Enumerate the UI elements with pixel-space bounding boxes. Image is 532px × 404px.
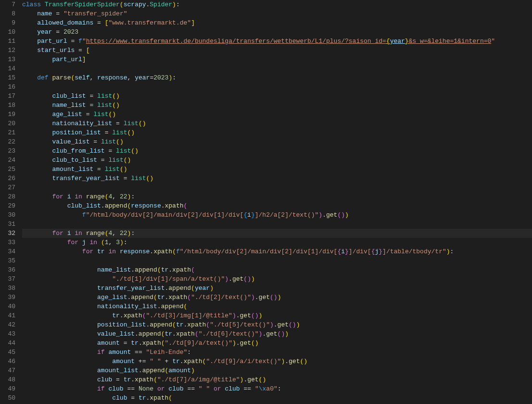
code-line[interactable]: year = 2023 — [22, 27, 532, 37]
code-line[interactable]: if amount == "Leih-Ende": — [22, 348, 532, 357]
line-number: 26 — [0, 174, 15, 183]
line-number: 11 — [0, 37, 15, 46]
code-line[interactable]: if club == None or club == " " or club =… — [22, 384, 532, 393]
line-number: 19 — [0, 110, 15, 119]
line-number: 45 — [0, 348, 15, 357]
code-line[interactable] — [22, 64, 532, 73]
line-number: 46 — [0, 357, 15, 366]
code-line[interactable]: club_from_list = list() — [22, 146, 532, 156]
code-line[interactable]: club = tr.xpath("./td[7]/a/img/@title").… — [22, 375, 532, 384]
line-number: 37 — [0, 274, 15, 284]
code-line[interactable]: amount_list = list() — [22, 165, 532, 174]
line-number: 32 — [0, 229, 15, 238]
line-number: 31 — [0, 220, 15, 229]
code-line[interactable] — [22, 220, 532, 229]
line-number: 49 — [0, 384, 15, 393]
code-line[interactable]: for i in range(4, 22): — [22, 229, 532, 238]
code-line[interactable]: position_list = list() — [22, 128, 532, 137]
code-line[interactable]: allowed_domains = ["www.transfermarkt.de… — [22, 18, 532, 27]
line-number: 21 — [0, 128, 15, 137]
code-line[interactable]: start_urls = [ — [22, 46, 532, 55]
code-line[interactable]: "./td[1]/div[1]/span/a/text()").get()) — [22, 274, 532, 284]
line-number: 27 — [0, 183, 15, 192]
code-line[interactable]: nationality_list = list() — [22, 119, 532, 128]
code-line[interactable]: name_list = list() — [22, 101, 532, 110]
line-number: 36 — [0, 265, 15, 274]
line-number: 39 — [0, 293, 15, 302]
line-number: 47 — [0, 366, 15, 375]
line-number: 38 — [0, 284, 15, 293]
line-number: 23 — [0, 146, 15, 156]
line-number: 25 — [0, 165, 15, 174]
line-number: 14 — [0, 64, 15, 73]
code-line[interactable]: club_list.append(response.xpath( — [22, 201, 532, 210]
line-number: 34 — [0, 247, 15, 256]
line-number: 18 — [0, 101, 15, 110]
line-number: 10 — [0, 27, 15, 37]
line-number: 43 — [0, 329, 15, 339]
code-line[interactable]: for tr in response.xpath(f"/html/body/di… — [22, 247, 532, 256]
code-line[interactable]: club_to_list = list() — [22, 156, 532, 165]
line-number: 42 — [0, 320, 15, 329]
code-line[interactable] — [22, 82, 532, 91]
line-number: 17 — [0, 91, 15, 101]
code-line[interactable]: amount_list.append(amount) — [22, 366, 532, 375]
code-line[interactable]: value_list.append(tr.xpath("./td[6]/text… — [22, 329, 532, 339]
line-number: 24 — [0, 156, 15, 165]
code-area[interactable]: class TransferSpiderSpider(scrapy.Spider… — [22, 0, 532, 404]
line-number: 50 — [0, 393, 15, 403]
line-number-gutter: 7891011121314151617181920212223242526272… — [0, 0, 22, 404]
code-line[interactable]: value_list = list() — [22, 137, 532, 146]
line-number: 12 — [0, 46, 15, 55]
code-line[interactable] — [22, 256, 532, 265]
code-line[interactable]: amount += " " + tr.xpath("./td[9]/a/i/te… — [22, 357, 532, 366]
code-editor[interactable]: 7891011121314151617181920212223242526272… — [0, 0, 532, 404]
code-line[interactable]: age_list.append(tr.xpath("./td[2]/text()… — [22, 293, 532, 302]
line-number: 13 — [0, 55, 15, 64]
line-number: 9 — [0, 18, 15, 27]
line-number: 30 — [0, 210, 15, 220]
code-line[interactable]: amount = tr.xpath("./td[9]/a/text()").ge… — [22, 339, 532, 348]
line-number: 33 — [0, 238, 15, 247]
code-line[interactable]: club_list = list() — [22, 91, 532, 101]
code-line[interactable]: name = "transfer_spider" — [22, 9, 532, 18]
code-line[interactable]: tr.xpath("./td[3]/img[1]/@title").get()) — [22, 311, 532, 320]
code-line[interactable]: class TransferSpiderSpider(scrapy.Spider… — [22, 0, 532, 9]
line-number: 16 — [0, 82, 15, 91]
code-line[interactable]: age_list = list() — [22, 110, 532, 119]
line-number: 40 — [0, 302, 15, 311]
code-line[interactable]: club = tr.xpath( — [22, 393, 532, 403]
line-number: 35 — [0, 256, 15, 265]
code-line[interactable] — [22, 183, 532, 192]
line-number: 28 — [0, 192, 15, 201]
code-line[interactable]: nationality_list.append( — [22, 302, 532, 311]
line-number: 22 — [0, 137, 15, 146]
code-line[interactable]: part_url = f"https://www.transfermarkt.d… — [22, 37, 532, 46]
code-line[interactable]: position_list.append(tr.xpath("./td[5]/t… — [22, 320, 532, 329]
line-number: 7 — [0, 0, 15, 9]
line-number: 48 — [0, 375, 15, 384]
code-line[interactable]: f"/html/body/div[2]/main/div[2]/div[1]/d… — [22, 210, 532, 220]
code-line[interactable]: transfer_year_list = list() — [22, 174, 532, 183]
line-number: 44 — [0, 339, 15, 348]
line-number: 15 — [0, 73, 15, 82]
code-line[interactable]: part_url] — [22, 55, 532, 64]
line-number: 8 — [0, 9, 15, 18]
line-number: 20 — [0, 119, 15, 128]
code-line[interactable]: for j in (1, 3): — [22, 238, 532, 247]
code-line[interactable]: transfer_year_list.append(year) — [22, 284, 532, 293]
code-line[interactable]: def parse(self, response, year=2023): — [22, 73, 532, 82]
line-number: 29 — [0, 201, 15, 210]
code-line[interactable]: for i in range(4, 22): — [22, 192, 532, 201]
code-line[interactable]: name_list.append(tr.xpath( — [22, 265, 532, 274]
line-number: 41 — [0, 311, 15, 320]
